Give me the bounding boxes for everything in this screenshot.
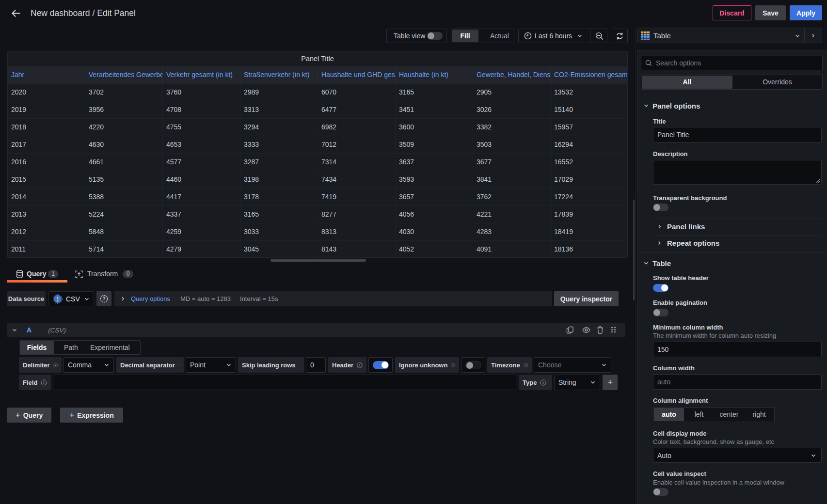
svg-text:i: i [55, 363, 56, 366]
svg-text:?: ? [102, 296, 105, 301]
svg-text:i: i [44, 380, 45, 385]
svg-text:i: i [525, 363, 526, 366]
svg-text:i: i [453, 363, 454, 366]
svg-text:i: i [359, 363, 360, 367]
svg-text:i: i [300, 365, 300, 365]
svg-text:i: i [543, 380, 544, 385]
svg-text:i: i [179, 364, 179, 365]
